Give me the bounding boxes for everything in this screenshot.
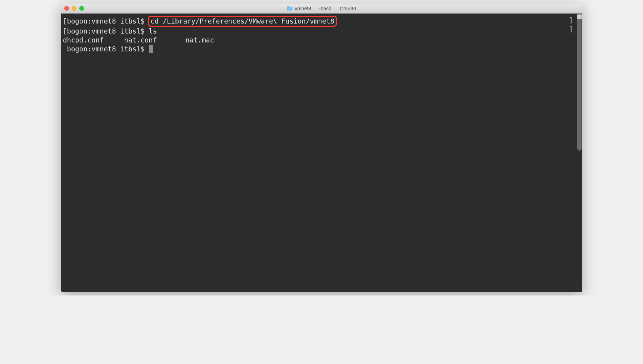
terminal-cursor — [149, 45, 153, 53]
line-bracket: [ — [63, 27, 67, 35]
right-bracket-2: ] — [569, 25, 573, 34]
terminal-line-4: bogon:vmnet8 itbsl$ — [63, 45, 579, 54]
prompt-2: bogon:vmnet8 itbsl$ — [67, 27, 149, 35]
maximize-button[interactable] — [79, 6, 84, 11]
right-bracket-1: ] — [569, 16, 573, 25]
folder-icon — [287, 6, 293, 11]
traffic-lights — [64, 6, 84, 11]
prompt-4: bogon:vmnet8 itbsl$ — [67, 45, 149, 53]
terminal-line-1: [bogon:vmnet8 itbsl$ cd /Library/Prefere… — [63, 16, 579, 27]
scrollbar-track[interactable] — [577, 14, 582, 292]
close-button[interactable] — [64, 6, 69, 11]
terminal-window: vmnet8 — -bash — 125×30 [bogon:vmnet8 it… — [61, 4, 582, 292]
right-brackets: ] ] — [569, 16, 573, 34]
scrollbar-widget-icon[interactable] — [577, 14, 582, 19]
highlighted-command: cd /Library/Preferences/VMware\ Fusion/v… — [148, 16, 337, 27]
scrollbar-thumb[interactable] — [577, 15, 582, 151]
window-title: vmnet8 — -bash — 125×30 — [287, 6, 356, 11]
terminal-line-2: [bogon:vmnet8 itbsl$ ls — [63, 27, 579, 36]
ls-output: dhcpd.conf nat.conf nat.mac — [63, 36, 214, 44]
window-titlebar[interactable]: vmnet8 — -bash — 125×30 — [61, 4, 582, 14]
minimize-button[interactable] — [72, 6, 76, 11]
window-title-text: vmnet8 — -bash — 125×30 — [295, 6, 356, 11]
line-bracket: [ — [63, 17, 67, 25]
prompt-1: bogon:vmnet8 itbsl$ — [67, 17, 149, 25]
terminal-body[interactable]: [bogon:vmnet8 itbsl$ cd /Library/Prefere… — [61, 14, 582, 292]
terminal-line-3: dhcpd.conf nat.conf nat.mac — [63, 36, 579, 45]
command-ls: ls — [149, 27, 157, 35]
